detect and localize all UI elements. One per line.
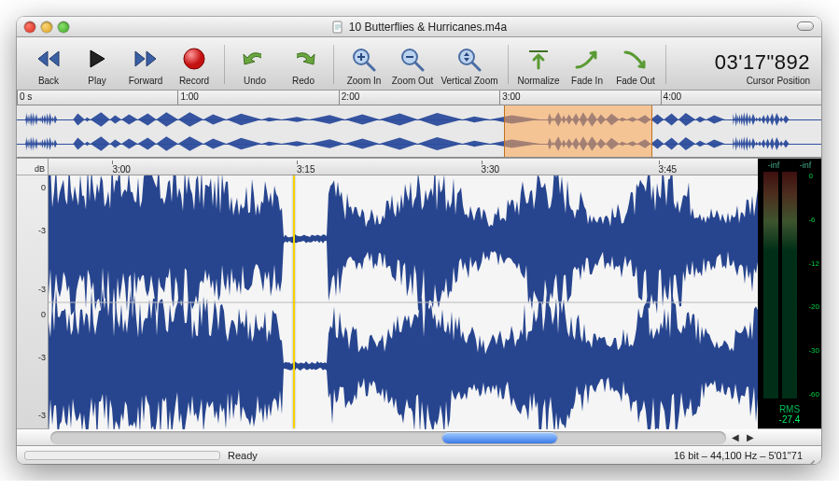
meter-scale-mark: -60 <box>808 390 819 399</box>
db-header: dB <box>17 159 48 175</box>
cursor-position-value: 03'17"892 <box>715 50 810 75</box>
cursor-position-label: Cursor Position <box>747 76 810 86</box>
main-waveform-area: dB 0-3-3 0-3-3 3:003:153:303:45 -inf-inf… <box>17 158 821 428</box>
ruler-tick: 1:00 <box>177 91 198 105</box>
horizontal-scrollbar[interactable]: ◀ ▶ <box>17 428 821 445</box>
overview-ruler[interactable]: 0 s1:002:003:004:00 <box>17 91 821 105</box>
db-mark: -3 <box>38 353 46 362</box>
progress-bar <box>24 451 220 460</box>
forward-button[interactable]: Forward <box>121 43 170 86</box>
undo-icon <box>241 47 269 71</box>
fade-out-button[interactable]: Fade Out <box>611 43 660 86</box>
back-button[interactable]: Back <box>24 43 73 86</box>
db-scale-gutter: dB 0-3-3 0-3-3 <box>17 159 49 428</box>
fade-out-icon <box>622 47 650 71</box>
zoom-out-button[interactable]: Zoom Out <box>388 43 437 86</box>
ruler-tick: 3:00 <box>499 91 520 105</box>
waveform-canvas[interactable] <box>49 175 758 428</box>
record-icon <box>182 47 206 71</box>
db-mark: -3 <box>38 226 46 235</box>
meter-scale-mark: 0 <box>808 172 819 180</box>
level-meter: -inf-inf 0-6-12-20-30-60 RMS-27.4 <box>758 159 821 428</box>
redo-icon <box>289 47 317 71</box>
normalize-icon <box>526 46 551 72</box>
status-bar: Ready 16 bit – 44,100 Hz – 5'01"71 <box>17 445 821 464</box>
ruler-tick: 3:15 <box>297 161 315 175</box>
play-icon <box>87 48 107 70</box>
meter-scale-mark: -20 <box>808 302 819 311</box>
status-message: Ready <box>228 450 258 461</box>
ruler-tick: 3:45 <box>659 161 677 175</box>
db-mark: -3 <box>38 411 46 420</box>
scroll-left-button[interactable]: ◀ <box>728 431 743 444</box>
minimize-button[interactable] <box>41 21 52 33</box>
audio-editor-window: 10 Butterflies & Hurricanes.m4a Back Pla… <box>17 17 821 464</box>
waveform-viewport[interactable]: 3:003:153:303:45 <box>49 159 758 428</box>
fast-forward-icon <box>130 48 161 70</box>
status-file-info: 16 bit – 44,100 Hz – 5'01"71 <box>674 450 803 461</box>
fade-in-icon <box>573 47 601 71</box>
zoom-out-icon <box>399 46 426 72</box>
toolbar-toggle-button[interactable] <box>797 21 814 31</box>
detail-ruler[interactable]: 3:003:153:303:45 <box>49 159 758 175</box>
overview-selection[interactable] <box>504 105 652 157</box>
window-title-text: 10 Butterflies & Hurricanes.m4a <box>349 21 507 34</box>
scroll-right-button[interactable]: ▶ <box>743 431 758 444</box>
window-title: 10 Butterflies & Hurricanes.m4a <box>17 21 821 34</box>
undo-button[interactable]: Undo <box>231 43 279 86</box>
rewind-icon <box>33 48 64 70</box>
playhead[interactable] <box>293 175 295 428</box>
resize-handle[interactable] <box>803 449 816 462</box>
db-mark: 0 <box>41 310 46 319</box>
play-button[interactable]: Play <box>73 43 121 86</box>
record-button[interactable]: Record <box>170 43 218 86</box>
fade-in-button[interactable]: Fade In <box>563 43 611 86</box>
scrollbar-thumb[interactable] <box>442 432 557 443</box>
traffic-lights <box>24 21 69 33</box>
document-icon <box>331 21 344 34</box>
meter-scale-mark: -6 <box>808 216 819 224</box>
normalize-button[interactable]: Normalize <box>514 43 563 86</box>
ruler-tick: 3:00 <box>112 161 130 175</box>
meter-peak-right: -inf <box>800 161 812 170</box>
ruler-tick: 4:00 <box>661 91 681 105</box>
scrollbar-track[interactable] <box>50 431 726 444</box>
cursor-position-display: 03'17"892 Cursor Position <box>715 50 814 86</box>
meter-peak-left: -inf <box>768 161 780 170</box>
meter-rms-value: -27.4 <box>779 414 801 425</box>
ruler-tick: 0 s <box>17 91 32 105</box>
vertical-zoom-icon <box>455 46 483 72</box>
svg-rect-0 <box>333 21 342 33</box>
zoom-button[interactable] <box>58 21 69 33</box>
meter-scale-mark: -30 <box>808 346 819 355</box>
zoom-in-button[interactable]: Zoom In <box>340 43 388 86</box>
overview-waveform[interactable] <box>17 105 821 158</box>
titlebar[interactable]: 10 Butterflies & Hurricanes.m4a <box>17 17 821 37</box>
meter-scale-mark: -12 <box>808 259 819 268</box>
db-mark: 0 <box>41 183 46 192</box>
toolbar: Back Play Forward Record Undo Redo Zoom … <box>17 37 821 91</box>
ruler-tick: 2:00 <box>339 91 359 105</box>
svg-point-1 <box>184 49 204 69</box>
db-mark: -3 <box>38 285 46 294</box>
vertical-zoom-button[interactable]: Vertical Zoom <box>437 43 502 86</box>
redo-button[interactable]: Redo <box>279 43 328 86</box>
zoom-in-icon <box>350 46 378 72</box>
meter-rms-label: RMS <box>779 404 800 414</box>
close-button[interactable] <box>24 21 35 33</box>
ruler-tick: 3:30 <box>482 161 499 175</box>
